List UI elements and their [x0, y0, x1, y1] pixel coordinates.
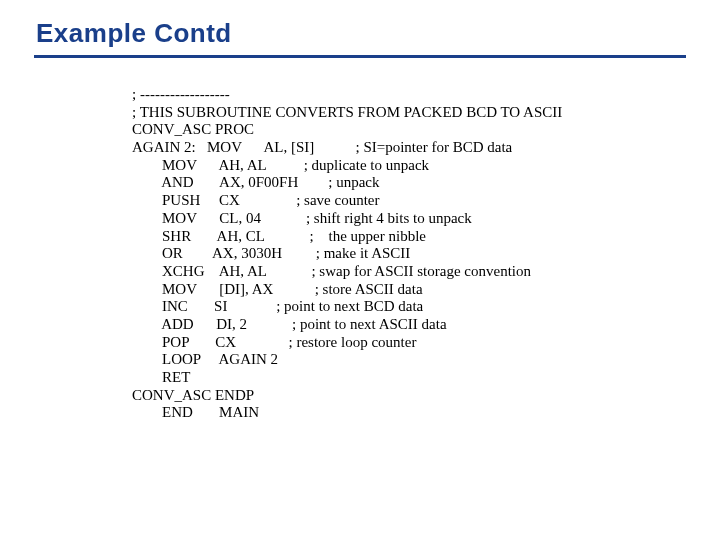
code-line: RET — [132, 369, 190, 385]
title-rule — [34, 55, 686, 58]
code-line: ; ------------------ — [132, 86, 230, 102]
code-line: AND AX, 0F00FH ; unpack — [132, 174, 380, 190]
code-line: MOV CL, 04 ; shift right 4 bits to unpac… — [132, 210, 472, 226]
code-line: ; THIS SUBROUTINE CONVERTS FROM PACKED B… — [132, 104, 562, 120]
code-line: MOV AH, AL ; duplicate to unpack — [132, 157, 429, 173]
code-line: MOV [DI], AX ; store ASCII data — [132, 281, 423, 297]
code-line: LOOP AGAIN 2 — [132, 351, 278, 367]
code-line: INC SI ; point to next BCD data — [132, 298, 423, 314]
page-title: Example Contd — [36, 18, 686, 49]
code-line: OR AX, 3030H ; make it ASCII — [132, 245, 410, 261]
code-line: AGAIN 2: MOV AL, [SI] ; SI=pointer for B… — [132, 139, 512, 155]
code-line: CONV_ASC PROC — [132, 121, 254, 137]
code-line: CONV_ASC ENDP — [132, 387, 254, 403]
slide: Example Contd ; ------------------ ; THI… — [0, 0, 720, 540]
code-line: SHR AH, CL ; the upper nibble — [132, 228, 426, 244]
code-block: ; ------------------ ; THIS SUBROUTINE C… — [132, 86, 686, 422]
code-line: ADD DI, 2 ; point to next ASCII data — [132, 316, 447, 332]
code-line: XCHG AH, AL ; swap for ASCII storage con… — [132, 263, 531, 279]
code-line: POP CX ; restore loop counter — [132, 334, 416, 350]
code-line: PUSH CX ; save counter — [132, 192, 380, 208]
code-line: END MAIN — [132, 404, 259, 420]
